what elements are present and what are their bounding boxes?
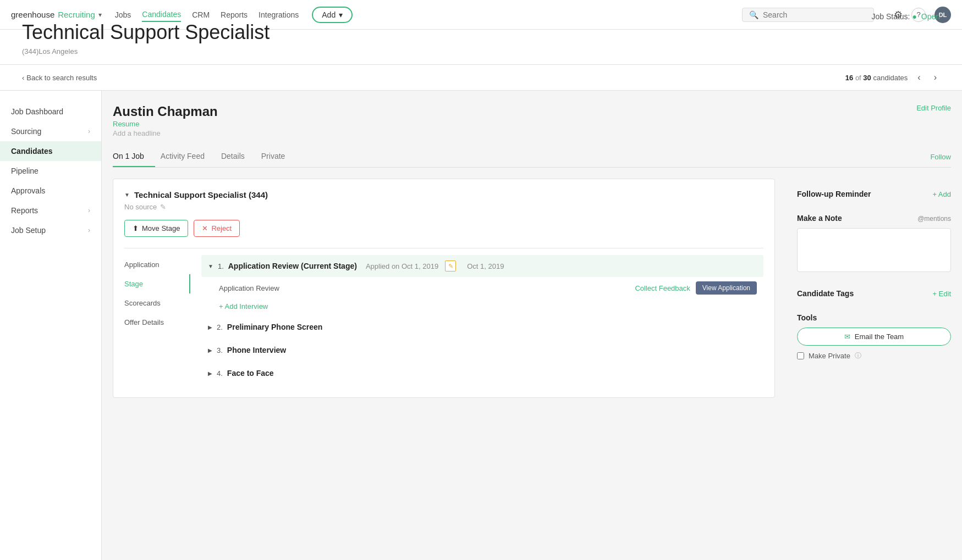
job-card-source: No source ✎ [124,203,763,211]
job-title: Technical Support Specialist [22,21,940,44]
sidebar-item-pipeline[interactable]: Pipeline [0,161,101,181]
app-nav-scorecards[interactable]: Scorecards [124,293,190,313]
status-open: Open [921,12,940,21]
candidate-header: Austin Chapman Resume Add a headline Edi… [113,104,951,137]
sidebar-arrow-job-setup: › [88,226,90,234]
status-dot: ● [912,12,916,21]
pagination-next-button[interactable]: › [931,71,940,84]
info-icon: ⓘ [855,351,861,361]
note-input[interactable] [797,228,951,272]
tools-title: Tools [797,313,817,322]
page-header: Job Status: ● Open Technical Support Spe… [0,30,962,65]
app-nav-application[interactable]: Application [124,255,190,274]
reject-button[interactable]: ✕ Reject [194,220,240,237]
sidebar-item-approvals[interactable]: Approvals [0,181,101,201]
stage-header-2[interactable]: ▶ 2. Preliminary Phone Screen [201,317,763,337]
tags-edit-button[interactable]: + Edit [932,290,951,298]
pagination-prev-button[interactable]: ‹ [914,71,923,84]
stage-row-2: ▶ 2. Preliminary Phone Screen [201,317,763,337]
job-card-expand-icon[interactable]: ▼ [124,192,130,198]
tools-header: Tools [797,313,951,322]
stage-header-4[interactable]: ▶ 4. Face to Face [201,363,763,383]
stage-header-1[interactable]: ▼ 1. Application Review (Current Stage) … [201,255,763,277]
followup-title: Follow-up Reminder [797,190,871,198]
candidate-name: Austin Chapman [113,104,218,119]
job-card: ▼ Technical Support Specialist (344) No … [113,179,775,398]
view-application-button[interactable]: View Application [696,281,757,295]
job-subtitle: (344)Los Angeles [22,47,940,56]
followup-section: Follow-up Reminder + Add [797,190,951,198]
app-sections: Application Stage Scorecards Offer Detai… [124,255,763,386]
sidebar-item-candidates[interactable]: Candidates [0,141,101,161]
followup-header: Follow-up Reminder + Add [797,190,951,198]
resume-link[interactable]: Resume [113,120,139,128]
tab-details[interactable]: Details [221,146,256,167]
app-nav-stage[interactable]: Stage [124,274,190,293]
stage-number-3: 3. [217,346,223,354]
tags-title: Candidate Tags [797,289,854,298]
breadcrumb-bar: ‹ Back to search results 16 of 30 candid… [0,65,962,91]
stage-expand-icon-4: ▶ [208,370,212,376]
pagination-count: 16 of 30 candidates [845,74,908,82]
sidebar: Job Dashboard Sourcing › Candidates Pipe… [0,91,102,560]
sidebar-item-job-dashboard[interactable]: Job Dashboard [0,102,101,121]
tab-on-job[interactable]: On 1 Job [113,146,155,167]
stage-expand-icon-1: ▼ [208,263,213,269]
job-status: Job Status: ● Open [871,12,940,21]
stage-name-3: Phone Interview [227,346,286,354]
note-section: Make a Note @mentions [797,214,951,274]
app-nav: Application Stage Scorecards Offer Detai… [124,255,190,386]
job-card-title: Technical Support Specialist (344) [134,190,268,199]
sidebar-arrow-reports: › [88,207,90,214]
stage-sub-label-1: Application Review [219,284,279,292]
tags-header: Candidate Tags + Edit [797,289,951,298]
app-nav-offer-details[interactable]: Offer Details [124,313,190,332]
make-private-row: Make Private ⓘ [797,351,951,361]
tabs-bar: On 1 Job Activity Feed Details Private F… [113,146,951,168]
email-icon: ✉ [844,332,850,341]
stage-expand-icon-3: ▶ [208,347,212,353]
tabs-list: On 1 Job Activity Feed Details Private [113,146,301,167]
stage-row-3: ▶ 3. Phone Interview [201,340,763,360]
back-link[interactable]: ‹ Back to search results [22,74,97,82]
back-chevron-icon: ‹ [22,74,24,82]
stage-number-4: 4. [217,369,223,378]
stage-number-2: 2. [217,323,223,331]
stage-header-3[interactable]: ▶ 3. Phone Interview [201,340,763,360]
sidebar-item-reports[interactable]: Reports › [0,201,101,220]
stage-date-1: Oct 1, 2019 [467,262,504,270]
stage-action-btns-1: Collect Feedback View Application [635,281,757,295]
edit-source-icon[interactable]: ✎ [160,203,166,211]
follow-button[interactable]: Follow [930,153,951,161]
reject-icon: ✕ [202,224,208,232]
app-content: ▼ 1. Application Review (Current Stage) … [190,255,763,386]
followup-add-button[interactable]: + Add [932,190,951,198]
stage-row-4: ▶ 4. Face to Face [201,363,763,383]
at-mentions: @mentions [917,215,951,223]
main-layout: Job Dashboard Sourcing › Candidates Pipe… [0,91,962,560]
email-team-button[interactable]: ✉ Email the Team [797,328,951,346]
stage-actions-1: Application Review Collect Feedback View… [201,277,763,299]
right-panel: Follow-up Reminder + Add Make a Note @me… [786,179,951,407]
make-private-label: Make Private [809,352,850,360]
stage-name-1: Application Review (Current Stage) [228,262,357,270]
move-stage-button[interactable]: ⬆ Move Stage [124,220,188,237]
stage-name-2: Preliminary Phone Screen [227,323,323,331]
add-interview-link[interactable]: + Add Interview [201,299,763,314]
make-private-checkbox[interactable] [797,352,804,359]
tags-section: Candidate Tags + Edit [797,289,951,298]
pagination-info: 16 of 30 candidates ‹ › [845,71,940,84]
candidate-headline: Add a headline [113,129,218,137]
edit-profile-button[interactable]: Edit Profile [916,104,951,112]
tab-activity-feed[interactable]: Activity Feed [161,146,216,167]
move-stage-icon: ⬆ [133,224,139,232]
tab-private[interactable]: Private [261,146,296,167]
action-buttons: ⬆ Move Stage ✕ Reject [124,220,763,237]
sidebar-item-sourcing[interactable]: Sourcing › [0,121,101,141]
collect-feedback-link[interactable]: Collect Feedback [635,284,690,292]
sidebar-item-job-setup[interactable]: Job Setup › [0,220,101,240]
note-title: Make a Note [797,214,842,223]
stage-edit-icon-1[interactable]: ✎ [445,260,456,271]
sidebar-arrow-sourcing: › [88,127,90,135]
tools-section: Tools ✉ Email the Team Make Private ⓘ [797,313,951,361]
